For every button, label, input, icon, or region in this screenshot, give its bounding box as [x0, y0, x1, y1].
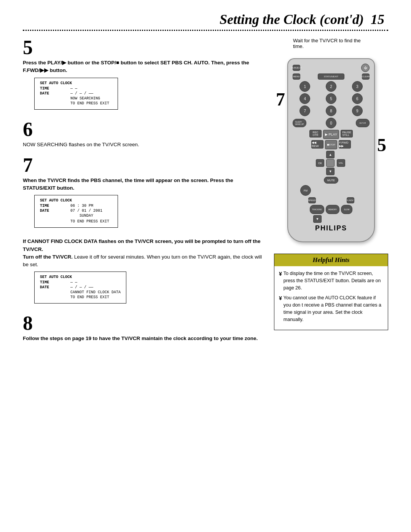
btn-2[interactable]: 2	[326, 81, 336, 92]
hint-2-text: You cannot use the AUTO CLOCK feature if…	[284, 294, 383, 323]
step-7-right-label: 7	[276, 89, 285, 110]
status-exit-btn[interactable]: STATUS/EXIT	[318, 73, 344, 80]
fm-btn[interactable]: FM	[300, 185, 311, 196]
mute-btn[interactable]: MUTE	[324, 177, 338, 184]
vol-btn[interactable]: VOL	[337, 159, 345, 167]
divider	[23, 30, 388, 31]
stop-btn[interactable]: ■STOP	[325, 140, 337, 149]
main-content: 5 Press the PLAY/▶ button or the STOP/■ …	[23, 38, 388, 350]
step-5-right-label: 5	[377, 134, 386, 155]
remote-control: SUBJECT ⏻ MENU STATUS/EXIT CLEAR 1 2 3	[287, 58, 375, 242]
page: Setting the Clock (cont'd) 15 5 Press th…	[0, 0, 411, 532]
wait-text: Wait for the TV/VCR to find the time.	[293, 38, 369, 49]
page-title: Setting the Clock (cont'd) 15	[23, 11, 388, 27]
btn-6[interactable]: 6	[352, 93, 363, 104]
step-7-number: 7	[23, 155, 263, 175]
pause-btn[interactable]: PAUSESTILL	[341, 130, 353, 137]
alt-ch-btn[interactable]: ALT.CH	[356, 119, 370, 127]
helpful-hints-title: Helpful Hints	[274, 254, 388, 266]
center-btn[interactable]	[326, 159, 335, 167]
tv-screen-3: SET AUTO CLOCK TIME— — DATE— / — / —— CA…	[34, 272, 126, 304]
left-column: 5 Press the PLAY/▶ button or the STOP/■ …	[23, 38, 263, 350]
btn-4[interactable]: 4	[299, 93, 310, 104]
play-btn[interactable]: ▶ PLAY	[323, 130, 339, 139]
bottom-btn-row: TRACKING MEMORY SLOW	[293, 205, 370, 214]
rew-btn[interactable]: ◀◀ REW	[311, 140, 323, 149]
memory-btn[interactable]: MEMORY	[326, 205, 339, 214]
step-7-block: 7 When the TV/VCR finds the PBS channel,…	[23, 155, 263, 231]
step-6-number: 6	[23, 120, 263, 139]
clear-btn[interactable]: CLEAR	[362, 73, 370, 80]
btn-1[interactable]: 1	[299, 81, 310, 92]
step-5-block: 5 Press the PLAY/▶ button or the STOP/■ …	[23, 38, 263, 113]
num-grid: 1 2 3 4 5 6 7 8 9	[293, 81, 370, 116]
right-column: Wait for the TV/VCR to find the time. 7 …	[274, 38, 388, 350]
speed-btn[interactable]: SPEED	[308, 197, 316, 203]
btn-0[interactable]: 0	[326, 118, 336, 128]
hint-1-bullet: ¥	[279, 270, 282, 291]
down-btn[interactable]: ▼	[326, 168, 335, 175]
menu-btn[interactable]: MENU	[293, 73, 300, 80]
cannot-find-text: If CANNOT FIND CLOCK DATA flashes on the…	[23, 238, 263, 268]
tv-screen-2: SET AUTO CLOCK TIME06 : 30 PM DATE07 / 0…	[34, 195, 118, 228]
step-5-number: 5	[23, 38, 263, 58]
step-6-text: NOW SEARCHING flashes on the TV/VCR scre…	[23, 141, 263, 149]
helpful-hints-box: Helpful Hints ¥ To display the time on t…	[274, 254, 388, 330]
power-btn[interactable]: ⏻	[361, 64, 370, 72]
btn-8[interactable]: 8	[326, 105, 336, 116]
btn-5[interactable]: 5	[326, 93, 336, 104]
step-5-text: Press the PLAY/▶ button or the STOP/■ bu…	[23, 59, 263, 75]
fadv-btn[interactable]: F.ADV	[347, 197, 354, 203]
right-top-section: Wait for the TV/VCR to find the time.	[293, 38, 369, 54]
btn-3[interactable]: 3	[352, 81, 363, 92]
slow-btn[interactable]: SLOW	[341, 205, 352, 214]
step-7-text: When the TV/VCR finds the PBS channel, t…	[23, 177, 263, 192]
up-btn[interactable]: ▲	[326, 151, 335, 158]
step-8-text: Follow the steps on page 19 to have the …	[23, 335, 263, 342]
hint-1: ¥ To display the time on the TV/VCR scre…	[279, 270, 383, 291]
ok-btn[interactable]: OK	[316, 159, 324, 167]
hint-1-text: To display the time on the TV/VCR screen…	[284, 270, 383, 291]
step-8-number: 8	[23, 313, 263, 333]
rec-btn[interactable]: RECOTR	[309, 130, 322, 137]
tracking-down-btn[interactable]: ▼	[313, 215, 322, 223]
btn-9[interactable]: 9	[352, 105, 363, 116]
brand-label: PHILIPS	[293, 224, 370, 232]
tv-screen-1: SET AUTO CLOCK TIME— — DATE— / — / —— NO…	[34, 78, 118, 110]
subject-btn[interactable]: SUBJECT	[293, 65, 300, 71]
step-8-block: 8 Follow the steps on page 19 to have th…	[23, 313, 263, 342]
sleep-btn[interactable]: SLEEP/WAKE UP	[293, 119, 306, 127]
step-6-block: 6 NOW SEARCHING flashes on the TV/VCR sc…	[23, 120, 263, 149]
btn-7[interactable]: 7	[299, 105, 310, 116]
ffwd-btn[interactable]: F.FWD ▶▶	[339, 140, 351, 149]
cannot-find-block: If CANNOT FIND CLOCK DATA flashes on the…	[23, 238, 263, 307]
remote-wrapper: 7 SUBJECT ⏻ MENU STATUS/EXIT CLEAR	[287, 58, 375, 242]
helpful-hints-body: ¥ To display the time on the TV/VCR scre…	[274, 266, 388, 330]
tracking-btn[interactable]: TRACKING	[310, 205, 324, 214]
arrow-pad: ▲ OK VOL ▼	[316, 151, 346, 175]
hint-2: ¥ You cannot use the AUTO CLOCK feature …	[279, 294, 383, 323]
hint-2-bullet: ¥	[279, 294, 282, 323]
